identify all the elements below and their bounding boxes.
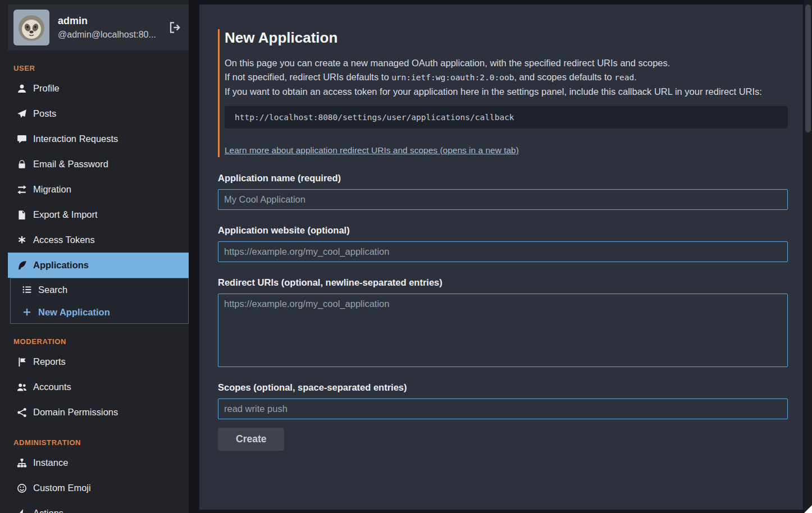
sidebar-item-label: Reports bbox=[33, 356, 66, 367]
sidebar-item-reports[interactable]: Reports bbox=[8, 349, 189, 374]
learn-more-link[interactable]: Learn more about application redirect UR… bbox=[225, 145, 519, 155]
sidebar-item-label: Actions bbox=[33, 508, 63, 513]
application-name-label: Application name (required) bbox=[218, 173, 788, 184]
sidebar-item-profile[interactable]: Profile bbox=[8, 76, 189, 101]
sidebar-item-applications[interactable]: Applications bbox=[8, 253, 189, 278]
resize-corner bbox=[804, 505, 812, 513]
sidebar-item-label: Export & Import bbox=[33, 209, 98, 220]
new-application-form: Application name (required) Application … bbox=[218, 173, 788, 451]
users-icon bbox=[17, 382, 27, 392]
oob-code: urn:ietf:wg:oauth:2.0:oob bbox=[391, 73, 514, 82]
feather-icon bbox=[17, 260, 27, 271]
page-title: New Application bbox=[225, 29, 788, 47]
bolt-icon bbox=[17, 509, 27, 513]
sidebar-item-label: Instance bbox=[33, 457, 68, 468]
application-website-input[interactable] bbox=[218, 241, 788, 262]
sidebar-item-label: Accounts bbox=[33, 382, 71, 392]
sidebar-item-export-import[interactable]: Export & Import bbox=[8, 202, 189, 227]
sidebar-item-label: Profile bbox=[33, 83, 60, 94]
intro-line-3: If you want to obtain an access token fo… bbox=[225, 85, 788, 99]
sidebar-item-label: Custom Emoji bbox=[33, 483, 91, 493]
intro-line-1: On this page you can create a new manage… bbox=[225, 56, 788, 70]
sitemap-icon bbox=[17, 458, 27, 468]
scrollbar-thumb[interactable] bbox=[805, 4, 811, 132]
create-button[interactable]: Create bbox=[218, 428, 284, 451]
lock-icon bbox=[17, 159, 27, 170]
scrollbar-track[interactable] bbox=[804, 0, 812, 513]
sidebar-item-label: Email & Password bbox=[33, 159, 108, 170]
paper-plane-icon bbox=[17, 109, 27, 119]
flag-icon bbox=[17, 357, 27, 367]
sidebar-item-label: Applications bbox=[33, 260, 89, 271]
sign-out-icon[interactable] bbox=[168, 21, 182, 34]
sidebar: admin @admin@localhost:80... USER Profil… bbox=[0, 0, 189, 513]
section-label-administration: ADMINISTRATION bbox=[13, 438, 189, 447]
user-icon bbox=[17, 84, 27, 94]
application-website-label: Application website (optional) bbox=[218, 225, 788, 236]
sidebar-item-label: Posts bbox=[33, 108, 56, 119]
sidebar-item-email-password[interactable]: Email & Password bbox=[8, 152, 189, 177]
sidebar-item-label: New Application bbox=[38, 307, 110, 318]
file-export-icon bbox=[17, 210, 27, 220]
scopes-label: Scopes (optional, space-separated entrie… bbox=[218, 382, 788, 393]
sidebar-item-label: Interaction Requests bbox=[33, 134, 118, 144]
sidebar-item-applications-search[interactable]: Search bbox=[11, 278, 188, 301]
user-name: admin bbox=[58, 15, 160, 27]
user-handle: @admin@localhost:80... bbox=[58, 30, 160, 40]
sidebar-item-actions[interactable]: Actions bbox=[8, 501, 189, 513]
scopes-input[interactable] bbox=[218, 399, 788, 419]
intro-line-2-mid: , and scopes defaults to bbox=[514, 72, 614, 82]
sidebar-item-label: Migration bbox=[33, 184, 71, 195]
list-icon bbox=[22, 285, 32, 295]
avatar bbox=[13, 10, 49, 45]
sidebar-item-custom-emoji[interactable]: Custom Emoji bbox=[8, 475, 189, 501]
comment-icon bbox=[17, 134, 27, 144]
sidebar-item-interaction-requests[interactable]: Interaction Requests bbox=[8, 126, 189, 152]
plus-icon bbox=[22, 307, 32, 317]
sidebar-item-label: Access Tokens bbox=[33, 235, 95, 245]
application-name-input[interactable] bbox=[218, 189, 788, 210]
smiley-icon bbox=[17, 483, 27, 493]
transfer-arrows-icon bbox=[17, 185, 27, 195]
learn-more-row: Learn more about application redirect UR… bbox=[225, 143, 788, 157]
intro-line-2-pre: If not specified, redirect URIs defaults… bbox=[225, 72, 391, 82]
sidebar-item-accounts[interactable]: Accounts bbox=[8, 374, 189, 400]
form-docs: New Application On this page you can cre… bbox=[218, 29, 788, 157]
sidebar-item-migration[interactable]: Migration bbox=[8, 177, 189, 202]
sidebar-item-new-application[interactable]: New Application bbox=[11, 301, 188, 323]
redirect-uris-label: Redirect URIs (optional, newline-separat… bbox=[218, 277, 788, 288]
asterisk-icon bbox=[17, 235, 27, 245]
applications-submenu: Search New Application bbox=[10, 278, 189, 324]
section-label-moderation: MODERATION bbox=[13, 337, 189, 346]
sidebar-item-label: Domain Permissions bbox=[33, 407, 118, 418]
intro-line-2: If not specified, redirect URIs defaults… bbox=[225, 70, 788, 85]
user-info: admin @admin@localhost:80... bbox=[58, 15, 160, 40]
sidebar-item-posts[interactable]: Posts bbox=[8, 101, 189, 126]
intro-line-2-post: . bbox=[634, 72, 637, 82]
sidebar-item-label: Search bbox=[38, 285, 67, 295]
user-card[interactable]: admin @admin@localhost:80... bbox=[8, 4, 189, 51]
redirect-uris-textarea[interactable] bbox=[218, 294, 788, 367]
callback-url-code-block: http://localhost:8080/settings/user/appl… bbox=[225, 106, 788, 129]
sidebar-item-domain-permissions[interactable]: Domain Permissions bbox=[8, 400, 189, 425]
section-label-user: USER bbox=[13, 64, 189, 72]
read-scope-code: read bbox=[614, 73, 634, 82]
main-panel: New Application On this page you can cre… bbox=[199, 4, 803, 510]
sidebar-item-access-tokens[interactable]: Access Tokens bbox=[8, 227, 189, 253]
sidebar-item-instance[interactable]: Instance bbox=[8, 450, 189, 475]
share-nodes-icon bbox=[17, 407, 27, 418]
